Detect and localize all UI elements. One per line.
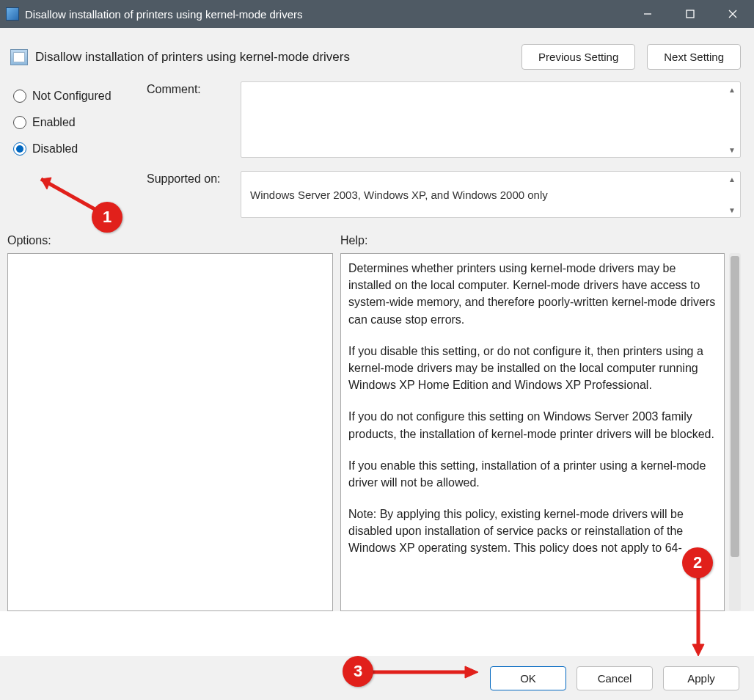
svg-marker-9 <box>465 666 478 678</box>
annotation-arrow-3 <box>373 663 483 681</box>
radio-enabled[interactable]: Enabled <box>13 116 147 129</box>
apply-button[interactable]: Apply <box>663 666 739 690</box>
help-paragraph: If you do not configure this setting on … <box>348 408 717 442</box>
options-label: Options: <box>7 234 340 247</box>
minimize-button[interactable] <box>626 0 669 28</box>
maximize-button[interactable] <box>669 0 711 28</box>
radio-not-configured[interactable]: Not Configured <box>13 90 147 103</box>
radio-icon <box>13 142 26 156</box>
radio-label: Not Configured <box>32 90 111 103</box>
comment-input[interactable]: ▲ ▼ <box>241 81 741 158</box>
scrollbar-thumb[interactable] <box>731 256 739 557</box>
chevron-down-icon[interactable]: ▼ <box>725 145 739 155</box>
help-paragraph: If you enable this setting, installation… <box>348 457 717 491</box>
help-paragraph: Determines whether printers using kernel… <box>348 260 717 328</box>
panels-area: Determines whether printers using kernel… <box>0 253 754 611</box>
help-label: Help: <box>340 234 741 247</box>
radio-icon <box>13 90 26 103</box>
svg-rect-1 <box>687 10 694 18</box>
titlebar: Disallow installation of printers using … <box>0 0 754 28</box>
cancel-button[interactable]: Cancel <box>577 666 653 690</box>
close-button[interactable] <box>711 0 754 28</box>
window-title: Disallow installation of printers using … <box>25 8 626 21</box>
ok-button[interactable]: OK <box>490 666 566 690</box>
help-paragraph: If you disable this setting, or do not c… <box>348 343 717 394</box>
chevron-up-icon[interactable]: ▲ <box>725 174 739 184</box>
chevron-down-icon[interactable]: ▼ <box>725 205 739 215</box>
supported-label: Supported on: <box>147 171 241 186</box>
header-row: Disallow installation of printers using … <box>0 28 754 77</box>
annotation-arrow-2 <box>689 577 711 661</box>
annotation-badge-2: 2 <box>682 547 713 578</box>
options-panel <box>7 253 333 611</box>
app-icon <box>6 7 19 21</box>
annotation-badge-3: 3 <box>343 656 373 687</box>
comment-label: Comment: <box>147 81 241 96</box>
radio-label: Disabled <box>32 142 78 156</box>
comment-field-row: Comment: ▲ ▼ <box>147 81 741 158</box>
fields-column: Comment: ▲ ▼ Supported on: Windows Serve… <box>147 77 741 231</box>
next-setting-button[interactable]: Next Setting <box>647 44 741 70</box>
section-labels: Options: Help: <box>0 231 754 253</box>
help-scrollbar[interactable] <box>729 253 741 611</box>
supported-box: Windows Server 2003, Windows XP, and Win… <box>241 171 741 218</box>
window-controls <box>626 0 754 28</box>
radio-icon <box>13 116 26 129</box>
policy-icon <box>10 49 28 65</box>
annotation-badge-1: 1 <box>92 202 122 233</box>
previous-setting-button[interactable]: Previous Setting <box>521 44 635 70</box>
radio-label: Enabled <box>32 116 76 129</box>
chevron-up-icon[interactable]: ▲ <box>725 84 739 95</box>
supported-field-row: Supported on: Windows Server 2003, Windo… <box>147 171 741 218</box>
svg-line-4 <box>41 179 101 213</box>
help-paragraph: Note: By applying this policy, existing … <box>348 506 717 557</box>
svg-marker-7 <box>692 644 704 656</box>
policy-title: Disallow installation of printers using … <box>35 50 350 65</box>
supported-value: Windows Server 2003, Windows XP, and Win… <box>250 189 548 201</box>
radio-disabled[interactable]: Disabled <box>13 142 147 156</box>
help-panel[interactable]: Determines whether printers using kernel… <box>340 253 725 611</box>
